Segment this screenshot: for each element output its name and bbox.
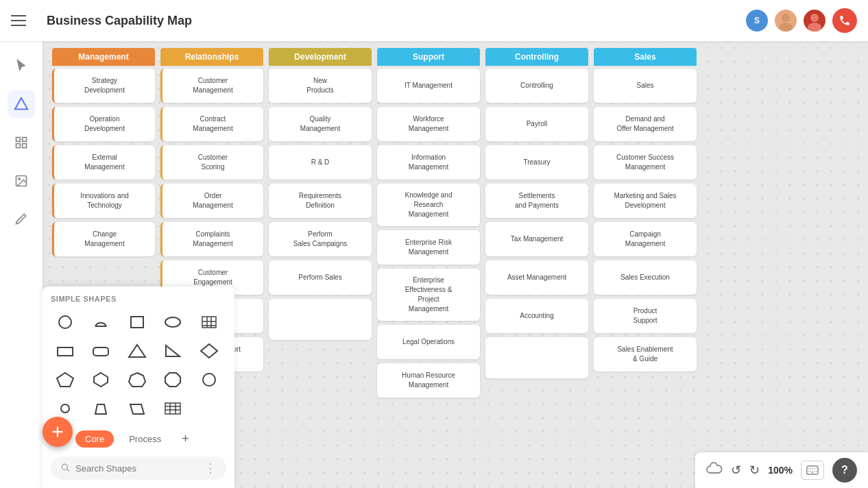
cap-card[interactable]: Tax Management xyxy=(485,222,588,256)
cloud-icon[interactable] xyxy=(706,462,723,479)
octagon-shape[interactable] xyxy=(158,367,187,392)
header-right: S xyxy=(746,8,857,33)
svg-rect-7 xyxy=(16,144,21,148)
table-shape[interactable] xyxy=(158,396,187,421)
svg-marker-22 xyxy=(129,345,145,357)
crop-icon[interactable] xyxy=(8,129,35,156)
avatar-s[interactable]: S xyxy=(746,10,768,32)
cap-card[interactable]: ProductSupport xyxy=(594,299,697,333)
search-input[interactable] xyxy=(75,463,199,474)
circle-shape[interactable] xyxy=(51,310,80,334)
svg-marker-23 xyxy=(166,345,180,356)
cap-card[interactable] xyxy=(269,299,372,340)
draw-icon[interactable] xyxy=(8,206,35,233)
cap-card[interactable]: Accounting xyxy=(485,299,588,333)
call-button[interactable] xyxy=(832,8,857,33)
cap-card[interactable]: OrderManagement xyxy=(160,184,263,218)
app-title: Business Capability Map xyxy=(47,14,746,28)
cap-card[interactable]: Sales xyxy=(594,69,697,103)
redo-button[interactable]: ↻ xyxy=(749,463,760,478)
cap-card[interactable]: Customer SuccessManagement xyxy=(594,145,697,180)
hexagon-shape[interactable] xyxy=(86,367,115,392)
development-header: Development xyxy=(269,48,372,66)
cap-card[interactable]: InformationManagement xyxy=(377,145,480,180)
cap-card[interactable] xyxy=(485,337,588,378)
cap-card[interactable]: Sales Enablement& Guide xyxy=(594,337,697,371)
shapes-grid xyxy=(51,310,226,421)
cap-card[interactable]: Demand andOffer Management xyxy=(594,107,697,141)
parallelogram-shape[interactable] xyxy=(123,396,152,421)
shapes-icon[interactable] xyxy=(8,90,35,118)
cap-card[interactable]: OperationDevelopment xyxy=(52,107,155,141)
cap-card[interactable]: CustomerManagement xyxy=(160,69,263,103)
undo-button[interactable]: ↺ xyxy=(731,463,741,478)
image-icon[interactable] xyxy=(8,167,35,195)
cap-card[interactable]: Innovations andTechnology xyxy=(52,184,155,218)
cap-card[interactable]: Settlementsand Payments xyxy=(485,184,588,218)
help-button[interactable]: ? xyxy=(832,458,857,483)
cap-card[interactable]: ComplaintsManagement xyxy=(160,222,263,256)
cap-card[interactable]: Enterprise RiskManagement xyxy=(377,230,480,265)
cap-card[interactable]: IT Management xyxy=(377,69,480,103)
circle2-shape[interactable] xyxy=(195,367,224,392)
cap-card[interactable]: Asset Management xyxy=(485,260,588,295)
cap-card[interactable]: PerformSales Campaigns xyxy=(269,222,372,256)
grid-shape[interactable] xyxy=(195,310,224,334)
trapezoid-shape[interactable] xyxy=(86,396,115,421)
cap-card[interactable]: Treasury xyxy=(485,145,588,180)
cap-card[interactable]: CampaignManagement xyxy=(594,222,697,256)
heptagon-shape[interactable] xyxy=(123,367,152,392)
avatar-2[interactable] xyxy=(804,10,825,32)
cap-card[interactable]: Knowledge andResearchManagement xyxy=(377,184,480,226)
cap-card[interactable]: Perform Sales xyxy=(269,260,372,295)
cap-card[interactable]: R & D xyxy=(269,145,372,180)
ellipse-shape[interactable] xyxy=(158,310,187,334)
tab-process[interactable]: Process xyxy=(119,430,171,448)
triangle-shape[interactable] xyxy=(123,339,152,363)
cap-card[interactable]: WorkforceManagement xyxy=(377,107,480,141)
controlling-column: Controlling Controlling Payroll Treasury… xyxy=(485,48,588,402)
cap-card[interactable]: RequirementsDefinition xyxy=(269,184,372,218)
cap-card[interactable]: QualityManagement xyxy=(269,107,372,141)
svg-rect-20 xyxy=(58,347,73,356)
diamond-shape[interactable] xyxy=(195,339,224,363)
cap-card[interactable]: StrategyDevelopment xyxy=(52,69,155,103)
svg-rect-5 xyxy=(16,138,21,142)
avatar-1[interactable] xyxy=(775,10,797,32)
cap-card[interactable]: Marketing and SalesDevelopment xyxy=(594,184,697,218)
bottom-bar: ↺ ↻ 100% ? xyxy=(695,452,868,488)
cap-card[interactable]: Human ResourceManagement xyxy=(377,363,480,398)
shape-panel-title: SIMPLE SHAPES xyxy=(51,295,226,303)
rectangle-shape[interactable] xyxy=(51,339,80,363)
svg-point-2 xyxy=(810,14,819,22)
tab-add[interactable]: + xyxy=(176,430,195,448)
svg-rect-33 xyxy=(165,403,180,414)
keyboard-button[interactable] xyxy=(801,461,824,480)
cap-card[interactable]: Payroll xyxy=(485,107,588,141)
cap-card[interactable]: CustomerScoring xyxy=(160,145,263,180)
cap-card[interactable]: Legal Operations xyxy=(377,325,480,359)
arc-shape[interactable] xyxy=(86,310,115,334)
cap-card[interactable]: ExternalManagement xyxy=(52,145,155,180)
search-icon xyxy=(60,463,70,474)
fab-button[interactable] xyxy=(43,417,73,447)
management-header: Management xyxy=(52,48,155,66)
rounded-rect-shape[interactable] xyxy=(86,339,115,363)
square-shape[interactable] xyxy=(123,310,152,334)
relationships-header: Relationships xyxy=(160,48,263,66)
cap-card[interactable]: EnterpriseEffectiveness &ProjectManageme… xyxy=(377,269,480,321)
sales-header: Sales xyxy=(594,48,697,66)
cap-card[interactable]: Sales Execution xyxy=(594,260,697,295)
svg-marker-4 xyxy=(15,98,27,110)
search-more-icon[interactable]: ⋮ xyxy=(204,461,217,476)
cap-card[interactable]: NewProducts xyxy=(269,69,372,103)
cursor-icon[interactable] xyxy=(8,52,35,80)
cap-card[interactable]: Controlling xyxy=(485,69,588,103)
right-triangle-shape[interactable] xyxy=(158,339,187,363)
tab-core[interactable]: Core xyxy=(75,430,114,448)
hamburger-button[interactable] xyxy=(11,8,36,33)
pentagon-shape[interactable] xyxy=(51,367,80,392)
svg-rect-8 xyxy=(23,144,27,148)
cap-card[interactable]: ContractManagement xyxy=(160,107,263,141)
cap-card[interactable]: ChangeManagement xyxy=(52,222,155,256)
